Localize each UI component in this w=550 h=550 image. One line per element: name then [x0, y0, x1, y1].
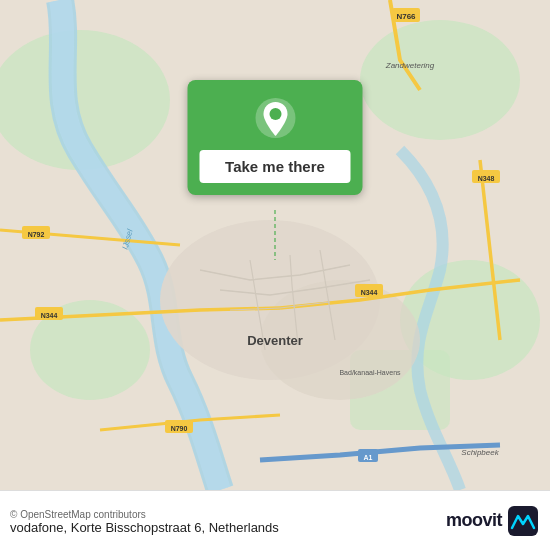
take-me-there-button[interactable]: Take me there — [200, 150, 351, 183]
svg-point-2 — [360, 20, 520, 140]
svg-text:Zandwetering: Zandwetering — [385, 61, 435, 70]
svg-text:Bad/kanaal-Havens: Bad/kanaal-Havens — [339, 369, 401, 376]
moovit-icon — [508, 506, 538, 536]
moovit-text: moovit — [446, 510, 502, 531]
app: N766 N344 N344 N792 N790 N348 A1 — [0, 0, 550, 550]
map-container[interactable]: N766 N344 N344 N792 N790 N348 A1 — [0, 0, 550, 490]
location-pin-icon — [253, 96, 297, 140]
address-text: vodafone, Korte Bisschopstraat 6, Nether… — [10, 520, 279, 535]
svg-text:N792: N792 — [28, 231, 45, 238]
copyright-text: © OpenStreetMap contributors — [10, 509, 279, 520]
location-card: Take me there — [188, 80, 363, 195]
footer: © OpenStreetMap contributors vodafone, K… — [0, 490, 550, 550]
svg-point-28 — [269, 108, 281, 120]
svg-text:N344: N344 — [361, 289, 378, 296]
footer-left: © OpenStreetMap contributors vodafone, K… — [10, 507, 279, 535]
moovit-logo: moovit — [446, 506, 538, 536]
svg-text:Deventer: Deventer — [247, 333, 303, 348]
svg-text:A1: A1 — [364, 454, 373, 461]
svg-text:N790: N790 — [171, 425, 188, 432]
svg-text:Schipbeek: Schipbeek — [461, 448, 499, 457]
svg-text:N348: N348 — [478, 175, 495, 182]
svg-rect-29 — [508, 506, 538, 536]
svg-text:N766: N766 — [396, 12, 416, 21]
svg-text:N344: N344 — [41, 312, 58, 319]
